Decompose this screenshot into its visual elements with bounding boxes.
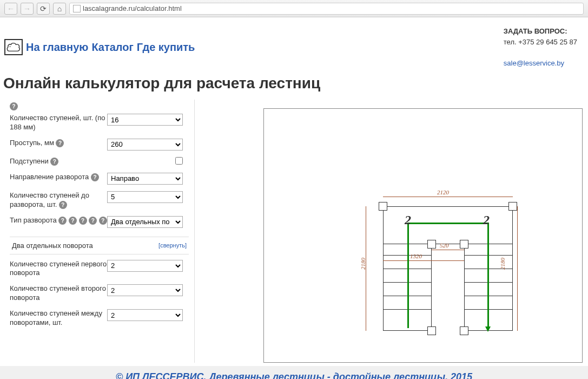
label-turn-type: Тип разворота [10,216,57,224]
nav-catalog[interactable]: Каталог [91,41,133,54]
section-title: Два отдельных поворота [12,241,93,250]
help-icon[interactable]: ? [89,217,97,225]
dim-height-left: 2180 [360,258,366,270]
help-icon[interactable]: ? [79,217,87,225]
page-title: Онлайн калькулятор для расчета лестниц [0,70,588,100]
label-steps-count: Количество ступеней, шт. (по 188 мм) [10,114,107,132]
checkbox-riser[interactable] [175,157,183,165]
label-second-turn-steps: Количество ступеней второго поворота [10,284,107,303]
diagram-num-left: 2 [405,213,411,227]
select-steps-before-turn[interactable]: 5 [107,191,183,203]
contacts-block: ЗАДАТЬ ВОПРОС: тел. +375 29 645 25 87 sa… [504,26,577,68]
select-second-turn-steps[interactable]: 2 [107,284,183,296]
url-text: lascalagrande.ru/calculator.html [83,4,182,12]
contacts-phone: тел. +375 29 645 25 87 [504,37,577,48]
help-icon[interactable]: ? [91,173,99,181]
select-tread[interactable]: 260 [107,139,183,151]
label-tread: Проступь, мм [10,139,54,147]
main-area: ? Количество ступеней, шт. (по 188 мм) 1… [0,100,588,363]
label-between-turns-steps: Количество ступеней между поворотами, шт… [10,309,107,328]
collapse-link[interactable]: [свернуть] [158,242,187,249]
page-header: На главную Каталог Где купить ЗАДАТЬ ВОП… [0,17,588,70]
select-turn-direction[interactable]: Направо [107,173,183,185]
help-icon[interactable]: ? [59,201,67,209]
diagram-inner: 2120 520 1320 2180 2 2 2180 [372,206,524,336]
back-button[interactable]: ← [4,3,17,15]
page-icon [73,5,81,12]
help-icon[interactable]: ? [58,217,67,225]
dim-width-top: 2120 [437,189,449,195]
forward-button[interactable]: → [21,3,34,15]
contacts-email[interactable]: sale@lesservice.by [504,58,577,69]
contacts-question: ЗАДАТЬ ВОПРОС: [504,26,577,37]
diagram-box: 2120 520 1320 2180 2 2 2180 [263,108,583,363]
nav-home[interactable]: На главную [26,41,88,54]
label-turn-direction: Направление разворота [10,173,89,181]
svg-point-0 [10,46,11,47]
section-two-turns: Два отдельных поворота [свернуть] [10,237,189,254]
select-steps-count[interactable]: 16 [107,114,183,126]
page-footer: © ИП ЛЕССЕРВИС. Деревянные лестницы - до… [0,366,588,379]
select-between-turns-steps[interactable]: 2 [107,309,183,321]
nav-where-to-buy[interactable]: Где купить [137,41,195,54]
help-icon[interactable]: ? [10,102,18,110]
arrow-down-icon [485,326,491,332]
select-first-turn-steps[interactable]: 2 [107,260,183,272]
label-steps-before-turn: Количество ступеней до разворота, шт. [10,191,89,208]
dim-width-mid: 1320 [410,253,422,259]
diagram-panel: 2120 520 1320 2180 2 2 2180 [195,100,588,363]
home-button[interactable]: ⌂ [53,3,66,15]
browser-chrome: ← → ⟳ ⌂ lascalagrande.ru/calculator.html [0,0,588,17]
reload-button[interactable]: ⟳ [37,3,50,15]
brand-nav: На главную Каталог Где купить [4,26,195,68]
dim-height-right: 2180 [499,258,506,270]
diagram-num-right: 2 [483,213,490,227]
help-icon[interactable]: ? [50,158,58,166]
label-first-turn-steps: Количество ступеней первого поворота [10,260,107,278]
label-riser: Подступени [10,157,49,165]
dim-width-inner: 520 [440,242,449,249]
help-icon[interactable]: ? [99,217,107,225]
select-turn-type[interactable]: Два отдельных по [107,216,183,228]
help-icon[interactable]: ? [69,217,77,225]
help-icon[interactable]: ? [56,139,64,147]
url-bar[interactable]: lascalagrande.ru/calculator.html [69,3,584,15]
form-panel: ? Количество ступеней, шт. (по 188 мм) 1… [0,100,195,363]
logo-icon [4,39,23,55]
